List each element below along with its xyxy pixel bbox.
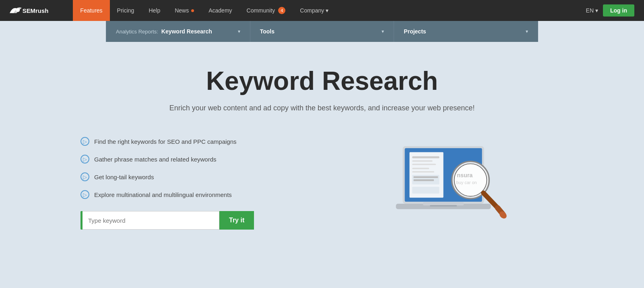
svg-rect-12 xyxy=(413,179,434,181)
svg-point-0 xyxy=(16,8,20,12)
subnav-projects[interactable]: Projects ▾ xyxy=(394,21,538,42)
svg-rect-9 xyxy=(412,171,434,172)
analytics-sub-label: Keyword Research xyxy=(161,28,212,35)
nav-company[interactable]: Company ▾ xyxy=(293,0,336,21)
feature-icon-4: ▷ xyxy=(80,190,89,199)
subnav-tools[interactable]: Tools ▾ xyxy=(250,21,394,42)
nav-help[interactable]: Help xyxy=(141,0,167,21)
news-dot xyxy=(191,9,194,12)
feature-icon-3: ▷ xyxy=(80,172,89,181)
nav-community[interactable]: Community 4 xyxy=(239,0,293,21)
svg-rect-13 xyxy=(412,187,439,194)
feature-text-2: Gather phrase matches and related keywor… xyxy=(94,156,217,163)
feature-text-1: Find the right keywords for SEO and PPC … xyxy=(94,138,237,145)
language-selector[interactable]: EN ▾ xyxy=(586,7,598,14)
top-navigation: SEMrush Features Pricing Help News Acade… xyxy=(0,0,644,21)
feature-item-2: ▷ Gather phrase matches and related keyw… xyxy=(80,155,314,164)
content-area: ▷ Find the right keywords for SEO and PP… xyxy=(80,133,564,234)
search-area: Try it xyxy=(80,211,314,230)
svg-rect-11 xyxy=(413,176,438,178)
feature-icon-2: ▷ xyxy=(80,155,89,164)
svg-rect-15 xyxy=(423,202,464,205)
svg-rect-6 xyxy=(412,160,433,162)
hero-illustration: nsura buy car on xyxy=(330,133,564,234)
main-content: Keyword Research Enrich your web content… xyxy=(0,42,644,251)
nav-features[interactable]: Features xyxy=(73,0,109,21)
tools-chevron-icon: ▾ xyxy=(382,29,384,34)
svg-rect-5 xyxy=(412,156,439,158)
feature-item-4: ▷ Explore multinational and multilingual… xyxy=(80,190,314,199)
community-badge: 4 xyxy=(278,7,285,14)
svg-text:buy car on: buy car on xyxy=(456,180,477,185)
tools-label: Tools xyxy=(260,28,275,35)
company-chevron-icon: ▾ xyxy=(326,7,328,14)
svg-rect-7 xyxy=(412,164,436,165)
svg-text:SEMrush: SEMrush xyxy=(23,7,49,14)
projects-label: Projects xyxy=(404,28,426,35)
nav-academy[interactable]: Academy xyxy=(201,0,239,21)
analytics-main-label: Analytics Reports: xyxy=(116,29,158,35)
analytics-chevron-icon: ▾ xyxy=(238,29,240,34)
page-subtitle: Enrich your web content and ad copy with… xyxy=(169,104,475,112)
features-list: ▷ Find the right keywords for SEO and PP… xyxy=(80,137,314,230)
nav-news[interactable]: News xyxy=(167,0,201,21)
nav-items: Features Pricing Help News Academy Commu… xyxy=(73,0,336,21)
lang-chevron-icon: ▾ xyxy=(595,7,598,14)
login-button[interactable]: Log in xyxy=(603,4,634,17)
nav-pricing[interactable]: Pricing xyxy=(110,0,142,21)
keyword-search-input[interactable] xyxy=(83,211,219,230)
svg-rect-16 xyxy=(430,205,457,206)
projects-chevron-icon: ▾ xyxy=(526,29,528,34)
subnav-analytics[interactable]: Analytics Reports: Keyword Research ▾ xyxy=(106,21,250,42)
svg-rect-8 xyxy=(412,168,429,169)
page-title: Keyword Research xyxy=(206,66,438,96)
sub-navigation: Analytics Reports: Keyword Research ▾ To… xyxy=(106,21,538,42)
svg-text:nsura: nsura xyxy=(457,172,473,178)
feature-item-1: ▷ Find the right keywords for SEO and PP… xyxy=(80,137,314,146)
feature-icon-1: ▷ xyxy=(80,137,89,146)
try-it-button[interactable]: Try it xyxy=(219,211,254,230)
laptop-illustration-svg: nsura buy car on xyxy=(382,133,511,234)
nav-left: SEMrush Features Pricing Help News Acade… xyxy=(10,0,336,21)
nav-right: EN ▾ Log in xyxy=(586,4,634,17)
feature-text-4: Explore multinational and multilingual e… xyxy=(94,191,232,198)
feature-text-3: Get long-tail keywords xyxy=(94,174,154,180)
logo[interactable]: SEMrush xyxy=(10,5,70,16)
feature-item-3: ▷ Get long-tail keywords xyxy=(80,172,314,181)
